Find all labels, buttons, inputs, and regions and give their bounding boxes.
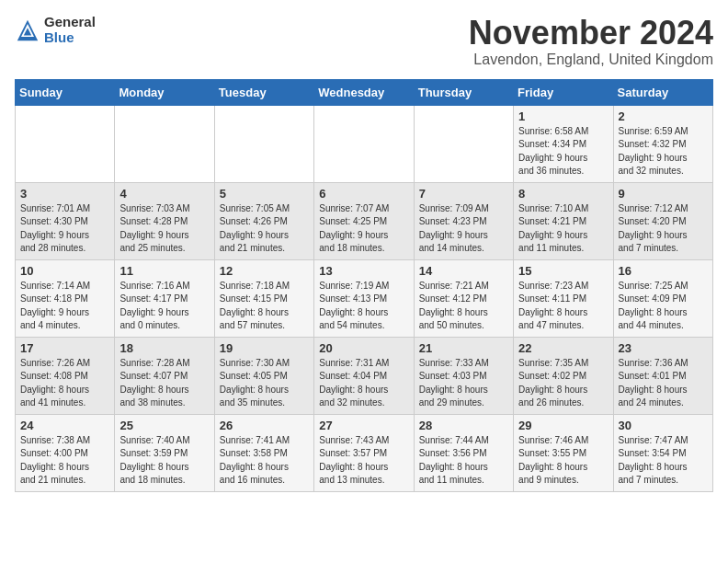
day-info: Sunrise: 7:30 AM Sunset: 4:05 PM Dayligh… <box>220 357 309 410</box>
calendar-cell: 23Sunrise: 7:36 AM Sunset: 4:01 PM Dayli… <box>613 337 712 414</box>
day-number: 23 <box>619 341 708 355</box>
day-number: 28 <box>419 419 508 432</box>
day-number: 12 <box>220 264 309 278</box>
col-header-thursday: Thursday <box>414 79 513 105</box>
day-number: 20 <box>319 341 408 355</box>
day-number: 21 <box>419 341 508 355</box>
month-title: November 2024 <box>469 15 713 52</box>
calendar-cell: 9Sunrise: 7:12 AM Sunset: 4:20 PM Daylig… <box>613 182 712 259</box>
logo-icon <box>15 17 40 43</box>
day-info: Sunrise: 7:46 AM Sunset: 3:55 PM Dayligh… <box>518 434 608 488</box>
calendar-cell: 16Sunrise: 7:25 AM Sunset: 4:09 PM Dayli… <box>613 259 712 337</box>
calendar-cell <box>16 105 115 182</box>
calendar-cell: 29Sunrise: 7:46 AM Sunset: 3:55 PM Dayli… <box>514 414 613 491</box>
calendar-cell: 2Sunrise: 6:59 AM Sunset: 4:32 PM Daylig… <box>613 105 712 182</box>
calendar-week-1: 1Sunrise: 6:58 AM Sunset: 4:34 PM Daylig… <box>16 105 713 182</box>
day-info: Sunrise: 7:33 AM Sunset: 4:03 PM Dayligh… <box>419 357 508 410</box>
day-number: 17 <box>20 341 109 355</box>
day-info: Sunrise: 7:07 AM Sunset: 4:25 PM Dayligh… <box>319 202 408 256</box>
calendar-cell: 21Sunrise: 7:33 AM Sunset: 4:03 PM Dayli… <box>414 337 513 414</box>
calendar-cell <box>314 105 414 182</box>
col-header-saturday: Saturday <box>613 79 712 105</box>
day-info: Sunrise: 7:16 AM Sunset: 4:17 PM Dayligh… <box>119 280 209 333</box>
day-info: Sunrise: 7:26 AM Sunset: 4:08 PM Dayligh… <box>20 357 109 410</box>
logo-text: General Blue <box>44 15 96 45</box>
day-info: Sunrise: 7:31 AM Sunset: 4:04 PM Dayligh… <box>319 357 408 410</box>
calendar-header-row: SundayMondayTuesdayWednesdayThursdayFrid… <box>16 79 713 105</box>
calendar-cell: 28Sunrise: 7:44 AM Sunset: 3:56 PM Dayli… <box>414 414 513 491</box>
calendar-cell: 12Sunrise: 7:18 AM Sunset: 4:15 PM Dayli… <box>214 259 313 337</box>
location-title: Lavendon, England, United Kingdom <box>469 52 713 68</box>
day-info: Sunrise: 7:21 AM Sunset: 4:12 PM Dayligh… <box>419 280 508 333</box>
calendar-cell: 22Sunrise: 7:35 AM Sunset: 4:02 PM Dayli… <box>514 337 613 414</box>
calendar-body: 1Sunrise: 6:58 AM Sunset: 4:34 PM Daylig… <box>16 105 713 491</box>
day-number: 4 <box>119 187 209 201</box>
day-number: 30 <box>619 419 708 432</box>
day-info: Sunrise: 7:05 AM Sunset: 4:26 PM Dayligh… <box>220 202 309 256</box>
calendar-cell: 18Sunrise: 7:28 AM Sunset: 4:07 PM Dayli… <box>115 337 214 414</box>
col-header-wednesday: Wednesday <box>314 79 414 105</box>
day-number: 11 <box>119 264 209 278</box>
calendar-cell: 14Sunrise: 7:21 AM Sunset: 4:12 PM Dayli… <box>414 259 513 337</box>
calendar-cell: 25Sunrise: 7:40 AM Sunset: 3:59 PM Dayli… <box>115 414 214 491</box>
day-info: Sunrise: 6:59 AM Sunset: 4:32 PM Dayligh… <box>619 125 708 178</box>
calendar-cell: 15Sunrise: 7:23 AM Sunset: 4:11 PM Dayli… <box>514 259 613 337</box>
calendar-week-2: 3Sunrise: 7:01 AM Sunset: 4:30 PM Daylig… <box>16 182 713 259</box>
day-info: Sunrise: 7:41 AM Sunset: 3:58 PM Dayligh… <box>220 434 309 488</box>
day-number: 6 <box>319 187 408 201</box>
calendar-cell: 6Sunrise: 7:07 AM Sunset: 4:25 PM Daylig… <box>314 182 414 259</box>
calendar-cell: 7Sunrise: 7:09 AM Sunset: 4:23 PM Daylig… <box>414 182 513 259</box>
day-number: 5 <box>220 187 309 201</box>
calendar-cell: 27Sunrise: 7:43 AM Sunset: 3:57 PM Dayli… <box>314 414 414 491</box>
day-number: 13 <box>319 264 408 278</box>
calendar-cell: 3Sunrise: 7:01 AM Sunset: 4:30 PM Daylig… <box>16 182 115 259</box>
calendar-cell: 20Sunrise: 7:31 AM Sunset: 4:04 PM Dayli… <box>314 337 414 414</box>
col-header-friday: Friday <box>514 79 613 105</box>
day-number: 24 <box>20 419 109 432</box>
calendar-cell: 5Sunrise: 7:05 AM Sunset: 4:26 PM Daylig… <box>214 182 313 259</box>
day-info: Sunrise: 7:03 AM Sunset: 4:28 PM Dayligh… <box>119 202 209 256</box>
calendar-cell: 1Sunrise: 6:58 AM Sunset: 4:34 PM Daylig… <box>514 105 613 182</box>
day-info: Sunrise: 7:10 AM Sunset: 4:21 PM Dayligh… <box>518 202 608 256</box>
calendar-cell: 13Sunrise: 7:19 AM Sunset: 4:13 PM Dayli… <box>314 259 414 337</box>
day-number: 3 <box>20 187 109 201</box>
day-info: Sunrise: 7:25 AM Sunset: 4:09 PM Dayligh… <box>619 280 708 333</box>
day-number: 29 <box>518 419 608 432</box>
day-info: Sunrise: 7:28 AM Sunset: 4:07 PM Dayligh… <box>119 357 209 410</box>
day-info: Sunrise: 7:18 AM Sunset: 4:15 PM Dayligh… <box>220 280 309 333</box>
day-info: Sunrise: 7:01 AM Sunset: 4:30 PM Dayligh… <box>20 202 109 256</box>
calendar-cell: 4Sunrise: 7:03 AM Sunset: 4:28 PM Daylig… <box>115 182 214 259</box>
day-info: Sunrise: 7:43 AM Sunset: 3:57 PM Dayligh… <box>319 434 408 488</box>
day-info: Sunrise: 7:36 AM Sunset: 4:01 PM Dayligh… <box>619 357 708 410</box>
calendar-cell <box>414 105 513 182</box>
day-number: 10 <box>20 264 109 278</box>
calendar-cell <box>115 105 214 182</box>
day-number: 15 <box>518 264 608 278</box>
day-number: 22 <box>518 341 608 355</box>
calendar-week-4: 17Sunrise: 7:26 AM Sunset: 4:08 PM Dayli… <box>16 337 713 414</box>
day-number: 2 <box>619 109 708 123</box>
day-number: 26 <box>220 419 309 432</box>
day-number: 8 <box>518 187 608 201</box>
logo: General Blue <box>15 15 96 45</box>
logo-general-text: General <box>44 15 96 30</box>
logo-blue-text: Blue <box>44 30 96 46</box>
calendar-cell: 17Sunrise: 7:26 AM Sunset: 4:08 PM Dayli… <box>16 337 115 414</box>
day-info: Sunrise: 7:12 AM Sunset: 4:20 PM Dayligh… <box>619 202 708 256</box>
calendar-cell: 26Sunrise: 7:41 AM Sunset: 3:58 PM Dayli… <box>214 414 313 491</box>
day-info: Sunrise: 6:58 AM Sunset: 4:34 PM Dayligh… <box>518 125 608 178</box>
calendar-cell: 24Sunrise: 7:38 AM Sunset: 4:00 PM Dayli… <box>16 414 115 491</box>
day-number: 16 <box>619 264 708 278</box>
day-info: Sunrise: 7:38 AM Sunset: 4:00 PM Dayligh… <box>20 434 109 488</box>
day-info: Sunrise: 7:09 AM Sunset: 4:23 PM Dayligh… <box>419 202 508 256</box>
calendar-cell <box>214 105 313 182</box>
calendar-cell: 19Sunrise: 7:30 AM Sunset: 4:05 PM Dayli… <box>214 337 313 414</box>
calendar-cell: 10Sunrise: 7:14 AM Sunset: 4:18 PM Dayli… <box>16 259 115 337</box>
calendar-table: SundayMondayTuesdayWednesdayThursdayFrid… <box>15 79 713 492</box>
header: General Blue November 2024 Lavendon, Eng… <box>15 15 713 68</box>
calendar-cell: 11Sunrise: 7:16 AM Sunset: 4:17 PM Dayli… <box>115 259 214 337</box>
day-number: 25 <box>119 419 209 432</box>
day-number: 18 <box>119 341 209 355</box>
col-header-sunday: Sunday <box>16 79 115 105</box>
calendar-week-5: 24Sunrise: 7:38 AM Sunset: 4:00 PM Dayli… <box>16 414 713 491</box>
